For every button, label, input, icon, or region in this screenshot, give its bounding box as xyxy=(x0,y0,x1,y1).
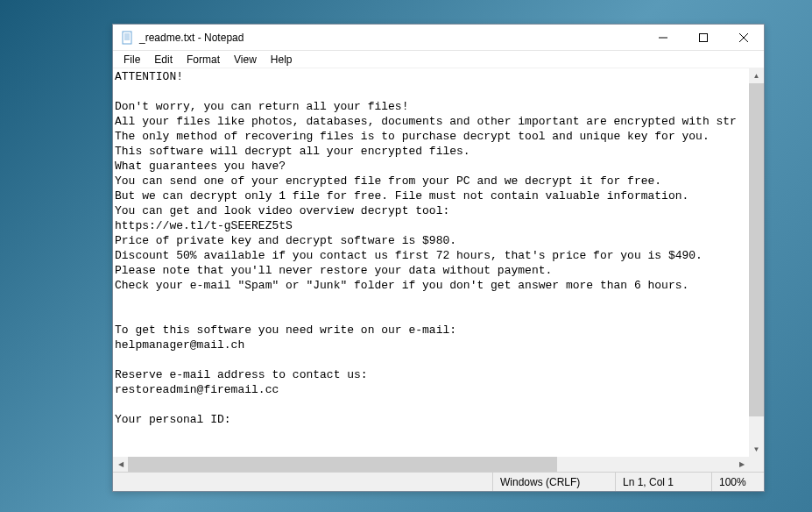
minimize-button[interactable] xyxy=(643,25,683,51)
status-line-ending: Windows (CRLF) xyxy=(492,473,615,491)
scroll-left-arrow-icon[interactable]: ◀ xyxy=(113,457,128,472)
window-controls xyxy=(643,25,764,51)
svg-rect-6 xyxy=(700,33,708,41)
statusbar: Windows (CRLF) Ln 1, Col 1 100% xyxy=(113,472,764,491)
notepad-window: _readme.txt - Notepad File Edit Format V… xyxy=(112,24,765,492)
maximize-icon xyxy=(699,33,708,42)
menu-file[interactable]: File xyxy=(117,53,147,67)
menu-help[interactable]: Help xyxy=(264,53,300,67)
text-editor[interactable]: ATTENTION! Don't worry, you can return a… xyxy=(113,68,764,472)
scroll-up-arrow-icon[interactable]: ▲ xyxy=(749,68,764,83)
menu-format[interactable]: Format xyxy=(180,53,227,67)
scroll-down-arrow-icon[interactable]: ▼ xyxy=(749,442,764,457)
maximize-button[interactable] xyxy=(683,25,724,51)
horizontal-scroll-thumb[interactable] xyxy=(128,457,557,472)
vertical-scrollbar[interactable]: ▲ ▼ xyxy=(749,68,764,457)
window-title: _readme.txt - Notepad xyxy=(139,32,643,44)
menu-edit[interactable]: Edit xyxy=(147,53,180,67)
status-zoom: 100% xyxy=(711,473,764,491)
status-cursor-position: Ln 1, Col 1 xyxy=(615,473,711,491)
menu-view[interactable]: View xyxy=(227,53,264,67)
scroll-corner xyxy=(749,457,764,472)
vertical-scroll-thumb[interactable] xyxy=(749,83,764,416)
titlebar[interactable]: _readme.txt - Notepad xyxy=(113,25,764,51)
horizontal-scroll-track[interactable] xyxy=(128,457,734,472)
scroll-right-arrow-icon[interactable]: ▶ xyxy=(734,457,749,472)
close-icon xyxy=(739,33,748,42)
horizontal-scrollbar[interactable]: ◀ ▶ xyxy=(113,457,749,472)
content-area: ATTENTION! Don't worry, you can return a… xyxy=(113,68,764,472)
close-button[interactable] xyxy=(724,25,764,51)
menubar: File Edit Format View Help xyxy=(113,51,764,68)
minimize-icon xyxy=(659,33,667,42)
notepad-icon xyxy=(120,31,134,45)
